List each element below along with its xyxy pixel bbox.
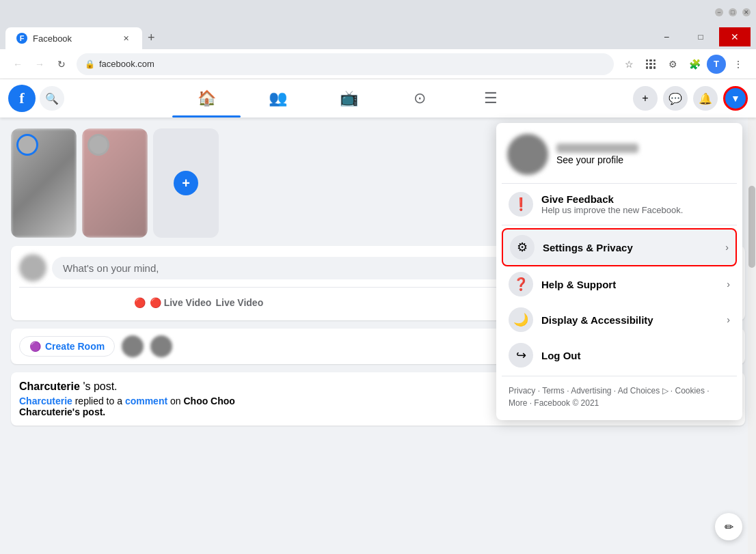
win-minimize-button[interactable]: − xyxy=(651,27,682,46)
help-support-item[interactable]: ❓ Help & Support › xyxy=(502,266,737,302)
notif-comment-link[interactable]: comment xyxy=(125,396,167,406)
give-feedback-item[interactable]: ❗ Give Feedback Help us improve the new … xyxy=(502,186,737,222)
settings-privacy-title: Settings & Privacy xyxy=(543,242,717,253)
minimize-button[interactable]: − xyxy=(715,8,723,16)
nav-menu[interactable]: ☰ xyxy=(457,82,525,115)
live-video-button[interactable]: 🔴 🔴 Live Video Live Video xyxy=(19,293,378,312)
nav-home[interactable]: 🏠 xyxy=(172,82,241,115)
display-icon: 🌙 xyxy=(509,307,533,332)
notif-name-link[interactable]: Charcuterie xyxy=(19,396,72,406)
story-avatar xyxy=(16,134,38,156)
scrollbar[interactable] xyxy=(748,117,756,554)
notif-target: Choo Choo xyxy=(183,396,234,406)
star-button[interactable]: ☆ xyxy=(619,55,638,74)
notif-name: Charcuterie xyxy=(19,380,80,392)
profile-name-blurred xyxy=(556,143,638,153)
browser-profile-button[interactable]: T xyxy=(707,55,726,74)
menu-divider-3 xyxy=(502,376,737,376)
logout-text: Log Out xyxy=(541,350,730,361)
browser-actions: ☆ ⚙ 🧩 T ⋮ xyxy=(619,55,748,74)
live-video-icon: 🔴 xyxy=(134,297,146,308)
scrollbar-thumb[interactable] xyxy=(748,186,755,268)
tab-favicon-letter: F xyxy=(20,34,25,42)
notif-text: 's post. xyxy=(83,380,117,392)
logout-icon: ↪ xyxy=(509,343,533,368)
win-maximize-button[interactable]: □ xyxy=(685,27,716,46)
friends-icon: 👥 xyxy=(269,89,287,107)
menu-divider-2 xyxy=(502,225,737,225)
signout-icon: ↪ xyxy=(516,348,526,363)
create-room-button[interactable]: 🟣 Create Room xyxy=(19,336,115,357)
settings-button[interactable]: ⚙ xyxy=(663,55,682,74)
close-button[interactable]: ✕ xyxy=(742,8,751,16)
facebook-actions: + 💬 🔔 ▼ xyxy=(633,86,748,111)
address-bar-container: ← → ↻ 🔒 facebook.com ☆ ⚙ 🧩 T ⋮ xyxy=(0,49,756,79)
new-tab-button[interactable]: + xyxy=(142,27,161,49)
display-accessibility-item[interactable]: 🌙 Display & Accessibility › xyxy=(502,302,737,337)
live-video-label: 🔴 Live Video xyxy=(150,297,212,308)
maximize-button[interactable]: □ xyxy=(729,8,737,16)
facebook-nav: 🏠 👥 📺 ⊙ ☰ xyxy=(64,82,633,115)
bell-icon: 🔔 xyxy=(699,92,712,105)
back-button[interactable]: ← xyxy=(8,55,27,74)
see-profile-link[interactable]: See your profile xyxy=(556,154,638,165)
profile-section[interactable]: See your profile xyxy=(502,128,737,180)
settings-privacy-text: Settings & Privacy xyxy=(543,242,717,253)
notifications-button[interactable]: 🔔 xyxy=(693,86,718,111)
home-icon: 🏠 xyxy=(198,89,216,107)
active-tab[interactable]: F Facebook ✕ xyxy=(5,27,142,49)
settings-privacy-item[interactable]: ⚙ Settings & Privacy › xyxy=(502,228,737,266)
plus-icon: + xyxy=(642,92,648,105)
tab-close-button[interactable]: ✕ xyxy=(120,33,131,44)
give-feedback-text: Give Feedback Help us improve the new Fa… xyxy=(541,193,730,215)
profile-info: See your profile xyxy=(556,143,638,165)
tab-title: Facebook xyxy=(33,33,72,44)
edit-icon: ✏ xyxy=(725,521,733,534)
account-dropdown-button[interactable]: ▼ xyxy=(723,86,748,111)
story-card[interactable]: + xyxy=(153,128,219,238)
story-card[interactable] xyxy=(11,128,77,238)
moon-icon: 🌙 xyxy=(513,312,528,327)
grid-button[interactable] xyxy=(641,55,660,74)
create-button[interactable]: + xyxy=(633,86,658,111)
menu-icon: ☰ xyxy=(484,89,498,107)
menu-footer: Privacy · Terms · Advertising · Ad Choic… xyxy=(502,379,737,415)
settings-privacy-arrow: › xyxy=(725,242,729,253)
win-close-button[interactable]: ✕ xyxy=(719,27,751,46)
story-card[interactable] xyxy=(82,128,148,238)
create-room-label: Create Room xyxy=(45,341,105,352)
browser-menu-button[interactable]: ⋮ xyxy=(729,55,748,74)
address-bar[interactable]: 🔒 facebook.com xyxy=(77,53,614,75)
help-icon: ❓ xyxy=(509,272,533,296)
messenger-icon: 💬 xyxy=(669,92,682,105)
facebook-logo[interactable]: f xyxy=(8,85,36,112)
nav-watch[interactable]: 📺 xyxy=(314,82,383,115)
logout-item[interactable]: ↪ Log Out xyxy=(502,337,737,373)
help-support-arrow: › xyxy=(727,279,730,290)
messenger-button[interactable]: 💬 xyxy=(663,86,688,111)
nav-groups[interactable]: ⊙ xyxy=(386,82,454,115)
address-text: facebook.com xyxy=(99,59,606,69)
refresh-button[interactable]: ↻ xyxy=(52,55,71,74)
search-icon: 🔍 xyxy=(45,92,59,105)
display-accessibility-arrow: › xyxy=(727,314,730,325)
search-button[interactable]: 🔍 xyxy=(40,86,64,111)
notif-replied: replied to a xyxy=(75,396,125,406)
display-accessibility-text: Display & Accessibility xyxy=(541,314,718,326)
notif-on: on xyxy=(170,396,183,406)
edit-button[interactable]: ✏ xyxy=(715,513,742,540)
facebook-logo-letter: f xyxy=(19,89,24,107)
dropdown-menu: See your profile ❗ Give Feedback Help us… xyxy=(496,123,742,420)
tab-favicon: F xyxy=(16,33,27,44)
nav-arrows: ← → ↻ xyxy=(8,55,71,74)
settings-icon: ⚙ xyxy=(510,235,535,260)
create-room-icon: 🟣 xyxy=(29,341,41,352)
footer-text: Privacy · Terms · Advertising · Ad Choic… xyxy=(509,385,730,409)
main-content: + What's on your mind, 🔴 🔴 Live Video Li… xyxy=(0,117,756,554)
watch-icon: 📺 xyxy=(340,89,358,107)
help-support-text: Help & Support xyxy=(541,279,718,290)
extensions-button[interactable]: 🧩 xyxy=(685,55,704,74)
nav-friends[interactable]: 👥 xyxy=(243,82,312,115)
user-avatar xyxy=(19,254,46,281)
forward-button[interactable]: → xyxy=(30,55,49,74)
